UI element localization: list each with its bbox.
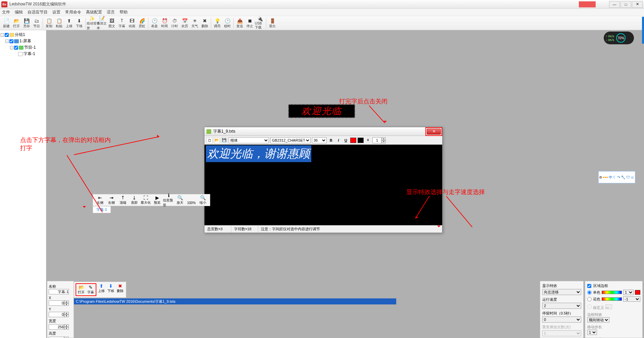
view-顶端[interactable]: ⤒顶端 <box>117 195 129 205</box>
toolbar-粘贴[interactable]: 📋粘贴 <box>54 17 64 30</box>
bg-color-swatch[interactable] <box>358 138 364 143</box>
view-底部[interactable]: ⤓底部 <box>129 195 140 205</box>
single-radio[interactable] <box>587 290 592 295</box>
menu-autofit[interactable]: 自适应节目 <box>28 9 48 15</box>
toolbar-时间[interactable]: ⏰时间 <box>159 17 170 30</box>
moveup-button[interactable]: ⬆上移 <box>97 283 106 296</box>
step-select[interactable]: 1 <box>587 330 597 335</box>
expand-icon[interactable]: - <box>5 40 9 43</box>
underline-button[interactable]: U <box>343 137 349 143</box>
editor-close-button[interactable]: ✕ <box>427 129 441 135</box>
menu-edit[interactable]: 编辑 <box>15 9 23 15</box>
flower-radio[interactable] <box>587 297 592 301</box>
network-speed-widget[interactable]: ↑ 0K/s ↓ 0K/s 70% <box>604 32 634 44</box>
toolbar-计时[interactable]: ⏱计时 <box>170 17 180 30</box>
led-preview[interactable]: 欢迎光临 <box>288 104 355 118</box>
prop-h-input[interactable] <box>49 337 64 338</box>
view-右侧[interactable]: ⇥右侧 <box>106 195 117 205</box>
tree-program-checkbox[interactable] <box>14 46 18 50</box>
spacing-spinner[interactable]: ▲▼ <box>372 137 386 143</box>
prop-name-input[interactable] <box>49 289 69 294</box>
view-最大化[interactable]: ⛶最大化 <box>140 195 151 205</box>
toolbar-另存[interactable]: 💾另存 <box>21 17 32 30</box>
open-file-button[interactable]: 📂打开 <box>77 285 86 295</box>
editor-content-area[interactable]: 欢迎光临，谢谢惠顾 <box>204 145 442 225</box>
tree-subtitle-row[interactable]: 字幕-1 <box>1 51 45 57</box>
tree-program-row[interactable]: - 节目-1 <box>1 44 45 51</box>
qq-smile-icon[interactable]: ☺ <box>631 175 634 180</box>
toolbar-农历[interactable]: 📅农历 <box>180 17 190 30</box>
right-edge-tab[interactable] <box>642 17 644 44</box>
view-缩小[interactable]: 🔍缩小 <box>197 195 209 205</box>
movedown-button[interactable]: ⬇下移 <box>106 283 115 296</box>
qq-cn-icon[interactable]: 中 <box>609 175 612 180</box>
toolbar-USB下载[interactable]: 🔌USB下载 <box>255 17 265 30</box>
toolbar-校时[interactable]: 🕑校时 <box>222 17 232 30</box>
toolbar-发送[interactable]: 📤发送 <box>235 17 245 30</box>
border-checkbox[interactable] <box>587 284 591 288</box>
minimize-button[interactable]: — <box>609 1 620 8</box>
font-select[interactable]: 楷体 <box>229 137 269 143</box>
toolbar-调亮[interactable]: 💡调亮 <box>212 17 222 30</box>
spin-down[interactable]: ▼ <box>382 140 386 143</box>
toolbar-复制[interactable]: 📋复制 <box>44 17 54 30</box>
toolbar-上移[interactable]: ⬆上移 <box>64 17 74 30</box>
delete-button[interactable]: ✖删除 <box>116 283 125 296</box>
toolbar-图文[interactable]: 🖼图文 <box>107 17 117 30</box>
bold-button[interactable]: B <box>328 137 334 143</box>
toolbar-天气[interactable]: ☀天气 <box>190 17 200 30</box>
charset-select[interactable]: GB2312_CHARSET <box>270 137 311 143</box>
menu-help[interactable]: 帮助 <box>120 9 128 15</box>
close-button[interactable]: ✕ <box>632 1 643 8</box>
editor-titlebar[interactable]: 字幕1_9.txts ✕ <box>204 127 442 136</box>
toolbar-炫动背景[interactable]: ✨炫动背景 <box>87 17 97 30</box>
qq-widget[interactable]: ●●● 中 ☾ ↷ 🔧 🛡 ☺ <box>598 171 635 183</box>
view-放大[interactable]: 🔍放大 <box>174 195 186 205</box>
stay-select[interactable]: 0 <box>542 317 581 323</box>
menu-file[interactable]: 文件 <box>2 9 10 15</box>
text-color-swatch[interactable] <box>350 138 356 143</box>
color-strip1[interactable] <box>602 291 622 294</box>
toolbar-霓虹[interactable]: 🌈霓虹 <box>137 17 147 30</box>
tree-group-checkbox[interactable] <box>5 33 9 37</box>
expand-icon[interactable]: - <box>1 33 4 37</box>
prop-y-input[interactable] <box>49 312 64 317</box>
fontsize-select[interactable]: 36 <box>312 137 327 143</box>
toolbar-下移[interactable]: ⬇下移 <box>74 17 84 30</box>
spacing-input[interactable] <box>372 137 382 143</box>
save-file-icon[interactable]: 💾 <box>221 137 227 143</box>
toolbar-打开[interactable]: 📂打开 <box>11 17 21 30</box>
qq-shield-icon[interactable]: 🛡 <box>626 175 630 180</box>
qq-wrench-icon[interactable]: 🔧 <box>621 175 626 180</box>
prop-w-input[interactable] <box>49 324 64 330</box>
toolbar-叠加文本[interactable]: 📝叠加文本 <box>97 17 107 30</box>
view-信息预览[interactable]: ℹ信息预览 <box>163 193 174 207</box>
tree-screen-checkbox[interactable] <box>9 39 13 43</box>
toolbar-节目[interactable]: 🗂节目 <box>32 17 42 30</box>
prop-x-input[interactable] <box>49 300 64 306</box>
qq-sync-icon[interactable]: ↷ <box>617 175 620 180</box>
toolbar-退出[interactable]: 🚪退出 <box>267 17 277 30</box>
subtitle-edit-button[interactable]: ✎字幕 <box>86 285 95 295</box>
menu-settings[interactable]: 设置 <box>52 9 60 15</box>
spacing-icon[interactable]: ☓ <box>365 137 371 143</box>
menu-advanced[interactable]: 高级配置 <box>86 9 102 15</box>
spin-up[interactable]: ▲ <box>382 137 386 140</box>
toolbar-字幕[interactable]: Ｔ字幕 <box>117 17 127 30</box>
view-左侧[interactable]: ⇤左侧 <box>94 195 106 205</box>
toolbar-动画[interactable]: 🎞动画 <box>127 17 137 30</box>
new-file-icon[interactable]: 🗋 <box>206 137 213 143</box>
tree-group-row[interactable]: - 分组1 <box>1 32 45 38</box>
effect-select[interactable]: 向左连移 <box>542 289 581 295</box>
subtitle-tab[interactable]: 字幕-1 <box>93 206 111 213</box>
expand-icon[interactable]: - <box>10 46 13 49</box>
toolbar-表盘[interactable]: 🕐表盘 <box>149 17 159 30</box>
view-预览[interactable]: ▶预览 <box>151 195 163 205</box>
italic-button[interactable]: I <box>335 137 341 143</box>
menu-language[interactable]: 语言 <box>107 9 115 15</box>
view-100%[interactable]: 100% <box>186 196 197 205</box>
toolbar-停止[interactable]: ⏹停止 <box>245 17 255 30</box>
maximize-button[interactable]: □ <box>620 1 631 8</box>
menu-common[interactable]: 常用命令 <box>65 9 81 15</box>
toolbar-删除[interactable]: ✖删除 <box>200 17 210 30</box>
